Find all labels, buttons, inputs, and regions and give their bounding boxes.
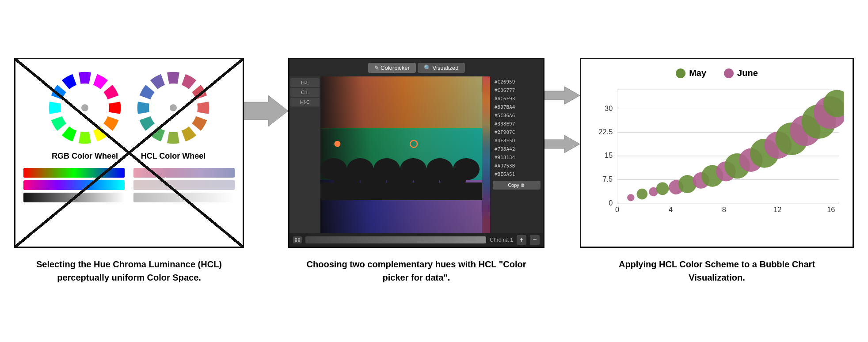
cp-body: H-L C-L Hi-C	[289, 76, 543, 233]
bar-gray-1	[23, 193, 125, 202]
panel3-caption: Applying HCL Color Scheme to a Bubble Ch…	[598, 258, 836, 284]
legend-may-label: May	[689, 68, 706, 78]
legend-june: June	[724, 68, 758, 78]
svg-marker-5	[244, 95, 288, 126]
color-item-7[interactable]: #2F907C	[493, 129, 541, 136]
svg-marker-29	[544, 135, 580, 153]
color-item-12[interactable]: #BE6A51	[493, 171, 541, 178]
svg-text:16: 16	[827, 205, 835, 213]
bar-rgb-2	[23, 180, 125, 190]
svg-rect-21	[320, 182, 490, 200]
bar-hcl-2	[133, 180, 235, 190]
bars-col-left	[23, 168, 125, 202]
svg-point-49	[637, 189, 648, 200]
cp-header: ✎ Colorpicker 🔍 Visualized	[289, 59, 543, 76]
colorpicker-tab[interactable]: ✎ Colorpicker	[368, 63, 416, 73]
legend-june-label: June	[737, 68, 758, 78]
panel-2: ✎ Colorpicker 🔍 Visualized H-L C-L Hi-C	[288, 58, 544, 284]
color-item-5[interactable]: #5C86A6	[493, 112, 541, 119]
svg-point-23	[334, 141, 340, 147]
chart-legend: May June	[590, 68, 844, 78]
panel1-caption: Selecting the Hue Chroma Luminance (HCL)…	[14, 258, 244, 284]
svg-rect-27	[298, 240, 300, 242]
plus-button[interactable]: +	[517, 235, 526, 245]
chart-box: May June	[580, 58, 854, 248]
color-item-1[interactable]: #C26959	[493, 78, 541, 86]
hcl-color-wheel	[133, 68, 213, 148]
visualized-tab[interactable]: 🔍 Visualized	[418, 63, 465, 73]
arrows-2	[544, 84, 580, 155]
svg-rect-26	[295, 240, 297, 242]
svg-rect-9	[320, 76, 490, 233]
bar-rgb-1	[23, 168, 125, 178]
color-item-6[interactable]: #338E97	[493, 120, 541, 128]
hcl-wheel-label: HCL Color Wheel	[141, 151, 206, 161]
color-item-4[interactable]: #897BA4	[493, 103, 541, 111]
arrow-1	[244, 93, 288, 129]
chart-area: 0 7.5 15 22.5 30 0 4 8 12 16	[590, 83, 844, 228]
svg-text:7.5: 7.5	[602, 175, 613, 183]
rgb-wheel-container: RGB Color Wheel	[45, 68, 125, 161]
svg-point-4	[170, 104, 177, 111]
copy-button[interactable]: Copy 🗎	[493, 181, 541, 190]
wheels-row: RGB Color Wheel	[45, 68, 213, 161]
cp-color-list: #C26959 #C06777 #AC6F93 #897BA4 #5C86A6 …	[490, 76, 543, 233]
cp-bottom: Chroma 1 + −	[289, 233, 543, 247]
minus-button[interactable]: −	[530, 235, 540, 245]
svg-text:0: 0	[615, 205, 619, 213]
svg-text:12: 12	[773, 205, 781, 213]
color-item-8[interactable]: #4E8F5D	[493, 137, 541, 144]
cp-modes: H-L C-L Hi-C	[289, 76, 320, 233]
svg-text:22.5: 22.5	[598, 128, 613, 136]
color-item-2[interactable]: #C06777	[493, 87, 541, 94]
panel-3: May June	[580, 58, 854, 284]
wheel-box: RGB Color Wheel	[14, 58, 244, 248]
bars-col-right	[133, 168, 235, 202]
svg-text:4: 4	[669, 205, 673, 213]
color-item-10[interactable]: #918134	[493, 154, 541, 161]
chroma-bar[interactable]	[305, 236, 486, 243]
svg-text:30: 30	[605, 104, 613, 112]
color-item-3[interactable]: #AC6F93	[493, 95, 541, 103]
chroma-label: Chroma 1	[490, 237, 513, 243]
svg-point-48	[627, 194, 634, 201]
svg-point-2	[81, 104, 88, 111]
svg-text:15: 15	[605, 151, 613, 159]
color-item-11[interactable]: #AD753B	[493, 162, 541, 170]
legend-may: May	[676, 68, 706, 78]
legend-may-dot	[676, 68, 685, 78]
svg-point-51	[656, 182, 669, 195]
mode-hic[interactable]: Hi-C	[290, 98, 320, 106]
bars-section	[20, 168, 238, 202]
rgb-color-wheel	[45, 68, 125, 148]
bubble-chart-svg: 0 7.5 15 22.5 30 0 4 8 12 16	[590, 83, 844, 228]
svg-rect-25	[298, 238, 300, 239]
colorpicker-box: ✎ Colorpicker 🔍 Visualized H-L C-L Hi-C	[288, 58, 544, 248]
cp-gradient-area[interactable]	[320, 76, 490, 233]
svg-marker-28	[544, 87, 580, 104]
rgb-wheel-label: RGB Color Wheel	[52, 151, 118, 161]
bar-hcl-1	[133, 168, 235, 178]
grid-icon	[293, 236, 302, 243]
bar-gray-2	[133, 193, 235, 202]
hcl-wheel-container: HCL Color Wheel	[133, 68, 213, 161]
panel-1: RGB Color Wheel	[14, 58, 244, 284]
svg-text:8: 8	[722, 205, 726, 213]
color-item-9[interactable]: #708A42	[493, 145, 541, 153]
svg-text:0: 0	[609, 199, 613, 207]
svg-rect-24	[295, 238, 297, 239]
legend-june-dot	[724, 68, 734, 78]
panel2-caption: Choosing two complementary hues with HCL…	[297, 258, 536, 284]
main-row: RGB Color Wheel	[14, 58, 854, 284]
mode-hl[interactable]: H-L	[290, 78, 320, 87]
mode-cl[interactable]: C-L	[290, 88, 320, 97]
